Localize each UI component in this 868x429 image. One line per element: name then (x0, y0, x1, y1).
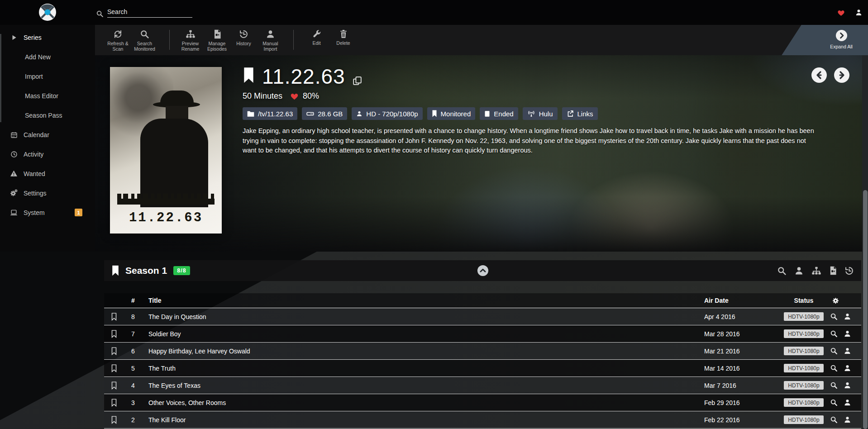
sidebar-item-label: Add New (25, 53, 51, 61)
episode-monitor-toggle[interactable] (104, 416, 124, 424)
sidebar-item-system[interactable]: System 1 (0, 203, 95, 222)
episode-title-link[interactable]: Soldier Boy (142, 330, 704, 338)
clone-icon[interactable] (353, 76, 362, 86)
episode-air-date: Apr 4 2016 (704, 313, 781, 320)
donate-heart-icon[interactable] (837, 9, 845, 16)
links-badge[interactable]: Links (562, 107, 598, 120)
sidebar-item-import[interactable]: Import (0, 67, 95, 86)
collapse-season-button[interactable] (477, 265, 489, 276)
episode-title-link[interactable]: Other Voices, Other Rooms (142, 399, 704, 406)
episode-interactive-search-button[interactable] (844, 347, 851, 355)
episode-monitor-toggle[interactable] (104, 347, 124, 355)
previous-series-button[interactable] (811, 67, 827, 83)
refresh-scan-button[interactable]: Refresh & Scan (105, 29, 131, 52)
poster-title: 11.22.63 (110, 210, 222, 225)
season-section: Season 1 8/8 # Title Air Date Status (0, 252, 868, 429)
laptop-icon (10, 209, 18, 216)
sidebar: Series Add New Import Mass Editor Season… (0, 25, 95, 252)
episode-monitor-toggle[interactable] (104, 364, 124, 372)
episode-interactive-search-button[interactable] (844, 399, 851, 406)
episode-quality-badge: HDTV-1080p (784, 398, 823, 407)
sidebar-item-calendar[interactable]: Calendar (0, 125, 95, 144)
episode-monitor-toggle[interactable] (104, 313, 124, 321)
episode-search-button[interactable] (830, 399, 838, 406)
episode-interactive-search-button[interactable] (844, 381, 851, 389)
episode-number: 2 (124, 416, 142, 424)
episode-row[interactable]: 8 The Day in Question Apr 4 2016 HDTV-10… (104, 308, 861, 325)
episode-title-link[interactable]: The Kill Floor (142, 416, 704, 424)
manage-episodes-button[interactable]: Manage Episodes (204, 29, 230, 52)
top-bar (0, 0, 868, 25)
calendar-icon (10, 131, 18, 138)
episode-search-button[interactable] (830, 313, 838, 320)
preview-rename-button[interactable]: Preview Rename (177, 29, 204, 52)
season-file-editor-button[interactable] (829, 266, 837, 275)
series-details-header: 11.22.63 11.22.63 50 Minutes 80% /tv/11.… (95, 55, 868, 252)
season-interactive-search-button[interactable] (794, 266, 804, 276)
search-input[interactable] (107, 7, 192, 18)
size-badge-label: 28.6 GB (318, 110, 343, 118)
user-icon[interactable] (855, 9, 863, 16)
sidebar-scrollbar[interactable] (0, 34, 1, 122)
sonarr-logo[interactable] (38, 3, 57, 21)
episode-number: 8 (124, 313, 142, 320)
episode-row[interactable]: 7 Soldier Boy Mar 28 2016 HDTV-1080p (104, 325, 861, 343)
status-badge: Ended (480, 107, 518, 120)
page-scrollbar[interactable] (862, 55, 868, 429)
file-video-icon (213, 29, 221, 41)
monitored-badge: Monitored (427, 107, 476, 120)
manual-import-button[interactable]: Manual Import (257, 29, 284, 52)
search-monitored-button[interactable]: Search Monitored (131, 29, 158, 52)
episode-table: # Title Air Date Status 8 The Day in Que… (104, 293, 861, 429)
episode-title-link[interactable]: The Truth (142, 365, 704, 372)
episode-title-link[interactable]: The Eyes of Texas (142, 382, 704, 389)
season-title: Season 1 (125, 265, 167, 276)
episode-row[interactable]: 4 The Eyes of Texas Mar 7 2016 HDTV-1080… (104, 377, 861, 394)
series-poster[interactable]: 11.22.63 (110, 67, 222, 234)
episode-title-link[interactable]: The Day in Question (142, 313, 704, 320)
episode-search-button[interactable] (830, 364, 838, 372)
delete-button[interactable]: Delete (330, 29, 357, 46)
episode-quality-badge: HDTV-1080p (784, 329, 823, 338)
monitor-toggle-bookmark-icon[interactable] (243, 67, 255, 83)
episode-monitor-toggle[interactable] (104, 399, 124, 407)
episode-title-link[interactable]: Happy Birthday, Lee Harvey Oswald (142, 348, 704, 355)
episode-monitor-toggle[interactable] (104, 330, 124, 338)
episode-search-button[interactable] (830, 347, 838, 355)
season-search-button[interactable] (777, 266, 787, 276)
season-monitor-bookmark-icon[interactable] (111, 265, 119, 276)
episode-row[interactable]: 2 The Kill Floor Feb 22 2016 HDTV-1080p (104, 411, 861, 429)
episode-interactive-search-button[interactable] (844, 364, 851, 372)
scrollbar-thumb[interactable] (863, 190, 868, 429)
toolbar-button-label: Edit (312, 40, 320, 46)
episode-search-button[interactable] (830, 330, 838, 338)
season-history-button[interactable] (844, 266, 854, 276)
next-series-button[interactable] (834, 67, 850, 83)
episode-search-button[interactable] (830, 381, 838, 389)
history-button[interactable]: History (230, 29, 257, 46)
sidebar-item-activity[interactable]: Activity (0, 144, 95, 164)
episode-monitor-toggle[interactable] (104, 381, 124, 390)
episode-row[interactable]: 6 Happy Birthday, Lee Harvey Oswald Mar … (104, 343, 861, 360)
edit-button[interactable]: Edit (303, 29, 330, 46)
episode-interactive-search-button[interactable] (844, 416, 851, 424)
sidebar-item-series[interactable]: Series (0, 28, 95, 47)
table-options-gear-icon[interactable] (826, 297, 861, 305)
sidebar-item-add-new[interactable]: Add New (0, 47, 95, 67)
episode-interactive-search-button[interactable] (844, 330, 851, 338)
sidebar-item-settings[interactable]: Settings (0, 183, 95, 203)
global-search (96, 7, 192, 18)
expand-all-button[interactable]: Expand All (822, 29, 861, 49)
sidebar-item-season-pass[interactable]: Season Pass (0, 105, 95, 125)
sidebar-item-wanted[interactable]: Wanted (0, 164, 95, 183)
episode-row[interactable]: 5 The Truth Mar 14 2016 HDTV-1080p (104, 360, 861, 377)
episode-search-button[interactable] (830, 416, 838, 424)
wrench-icon (312, 29, 321, 40)
network-badge[interactable]: Hulu (523, 107, 558, 120)
season-rename-button[interactable] (811, 266, 821, 276)
sidebar-item-label: Settings (24, 190, 47, 197)
sidebar-item-label: Import (25, 73, 43, 80)
episode-interactive-search-button[interactable] (844, 313, 851, 320)
sidebar-item-mass-editor[interactable]: Mass Editor (0, 86, 95, 105)
episode-row[interactable]: 3 Other Voices, Other Rooms Feb 29 2016 … (104, 394, 861, 411)
